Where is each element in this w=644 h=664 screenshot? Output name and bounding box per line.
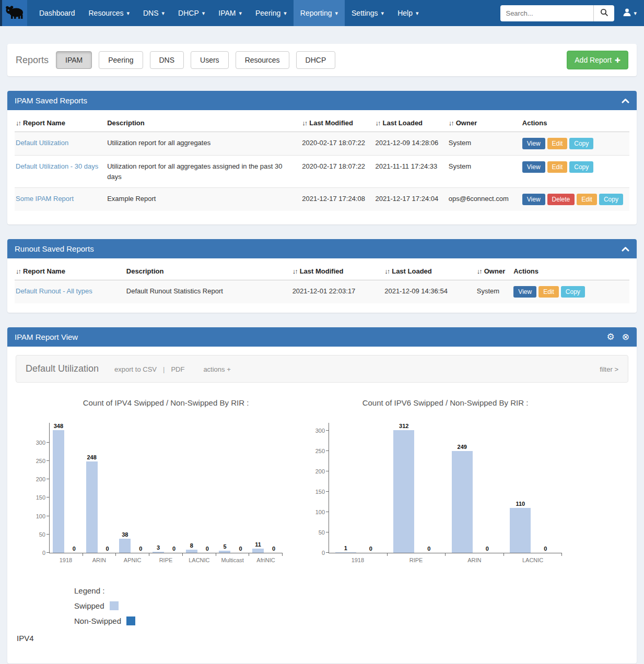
view-button[interactable]: View (513, 286, 536, 298)
caret-down-icon: ▾ (239, 10, 242, 17)
bar-value-label: 248 (87, 454, 96, 460)
nav-item-help[interactable]: Help▾ (391, 0, 425, 26)
column-header[interactable]: ↓↑Last Loaded (374, 113, 448, 132)
tab-resources[interactable]: Resources (236, 51, 289, 69)
tab-dns[interactable]: DNS (150, 51, 184, 69)
view-button[interactable]: View (522, 194, 545, 205)
navbar-menu: DashboardResources▾DNS▾DHCP▾IPAM▾Peering… (32, 0, 425, 26)
collapse-chevron-up-icon[interactable] (622, 244, 629, 253)
search-button[interactable] (593, 5, 614, 21)
table-cell: 2021-12-09 14:28:06 (374, 132, 448, 156)
nav-item-peering[interactable]: Peering▾ (249, 0, 294, 26)
bar-value-label: 0 (73, 546, 76, 552)
tab-dhcp[interactable]: DHCP (296, 51, 336, 69)
bar-value-label: 8 (190, 542, 193, 549)
y-tick-label: 50 (26, 531, 45, 538)
bar-value-label: 1 (344, 545, 347, 551)
user-icon (623, 8, 631, 19)
x-axis-label: RIPE (149, 557, 183, 563)
bar-value-label: 11 (255, 541, 261, 548)
report-name-link[interactable]: Some IPAM Report (16, 195, 74, 203)
y-tick-label: 300 (26, 440, 45, 446)
column-header[interactable]: ↓↑Last Modified (291, 262, 384, 280)
ipam-reports-table: ↓↑Report NameDescription↓↑Last Modified↓… (15, 113, 629, 211)
column-header[interactable]: ↓↑Report Name (15, 262, 125, 280)
x-axis-label: ARIN (83, 557, 116, 563)
nav-item-dashboard[interactable]: Dashboard (32, 0, 82, 26)
filter-toggle[interactable]: filter > (600, 365, 618, 373)
export-csv-link[interactable]: export to CSV (114, 365, 157, 373)
nav-item-reporting[interactable]: Reporting▾ (294, 0, 345, 26)
user-menu[interactable]: ▾ (623, 8, 637, 19)
app-logo[interactable] (0, 0, 27, 26)
table-header-row: ↓↑Report NameDescription↓↑Last Modified↓… (15, 113, 629, 132)
nav-item-label: Help (397, 9, 413, 17)
tab-users[interactable]: Users (191, 51, 229, 69)
tab-peering[interactable]: Peering (99, 51, 143, 69)
caret-down-icon: ▾ (416, 10, 419, 17)
edit-button[interactable]: Edit (577, 194, 597, 205)
ipam-report-view-panel: IPAM Report View ⚙ ⊗ Default Utilization… (7, 327, 637, 663)
gear-icon[interactable]: ⚙ (607, 333, 615, 341)
chart-legend: Legend : SwippedNon-Swipped (74, 586, 628, 625)
chart-title: Count of IPV4 Swipped / Non-Swipped By R… (24, 398, 283, 407)
copy-button[interactable]: Copy (569, 138, 593, 149)
view-button[interactable]: View (522, 161, 545, 173)
actions-menu[interactable]: actions + (203, 365, 230, 373)
report-name-link[interactable]: Default Utilization - 30 days (16, 162, 98, 170)
bar-swipped (153, 552, 164, 553)
copy-button[interactable]: Copy (569, 161, 593, 173)
table-cell: 2021-12-01 22:03:17 (291, 280, 384, 304)
chart-title: Count of IPV6 Swipped / Non-Swipped By R… (303, 398, 562, 407)
chart-category-slot: 1100 (504, 423, 563, 553)
nav-item-dns[interactable]: DNS▾ (136, 0, 171, 26)
view-button[interactable]: View (522, 138, 545, 149)
x-axis-label: ARIN (446, 557, 504, 563)
report-name-link[interactable]: Default Runout - All types (16, 287, 92, 295)
edit-button[interactable]: Edit (547, 161, 568, 173)
nav-item-label: IPAM (218, 9, 236, 17)
chart-plot: 05010015020025030034802480380308050110 (49, 423, 283, 553)
edit-button[interactable]: Edit (547, 138, 568, 149)
nav-item-settings[interactable]: Settings▾ (345, 0, 391, 26)
search-icon (600, 8, 608, 18)
bar-value-label: 3 (157, 544, 160, 551)
table-cell: System (476, 280, 513, 304)
y-tick-label: 300 (305, 428, 325, 434)
column-header[interactable]: ↓↑Owner (476, 262, 513, 280)
nav-item-dhcp[interactable]: DHCP▾ (171, 0, 212, 26)
column-header[interactable]: ↓↑Report Name (15, 113, 106, 132)
column-header[interactable]: ↓↑Last Modified (301, 113, 374, 132)
search-input[interactable] (500, 5, 593, 21)
nav-item-ipam[interactable]: IPAM▾ (212, 0, 249, 26)
add-report-button[interactable]: Add Report✚ (567, 51, 628, 69)
bar-value-label: 0 (486, 546, 489, 552)
column-header[interactable]: ↓↑Last Loaded (383, 262, 476, 280)
legend-title: Legend : (74, 586, 628, 595)
nav-item-label: Dashboard (39, 9, 75, 17)
column-header: Actions (521, 113, 629, 132)
charts-row: Count of IPV4 Swipped / Non-Swipped By R… (16, 398, 628, 563)
column-header[interactable]: ↓↑Owner (448, 113, 521, 132)
bar-swipped (219, 551, 230, 553)
legend-swatch (110, 601, 119, 610)
report-name-link[interactable]: Default Utilization (16, 139, 68, 147)
delete-button[interactable]: Delete (547, 194, 575, 205)
tab-ipam[interactable]: IPAM (56, 51, 92, 69)
column-header: Description (106, 113, 301, 132)
chart-category-slot: 10 (329, 423, 388, 553)
table-cell: System (448, 132, 521, 156)
bar-swipped (393, 430, 414, 553)
nav-item-resources[interactable]: Resources▾ (82, 0, 136, 26)
sort-icon: ↓↑ (376, 119, 380, 127)
collapse-chevron-up-icon[interactable] (622, 96, 629, 105)
copy-button[interactable]: Copy (561, 286, 585, 298)
report-title: Default Utilization (26, 363, 99, 374)
caret-down-icon: ▾ (335, 10, 338, 17)
copy-button[interactable]: Copy (599, 194, 623, 205)
close-circle-icon[interactable]: ⊗ (622, 333, 629, 341)
bar-value-label: 0 (369, 546, 372, 552)
y-tick-label: 250 (305, 448, 325, 454)
export-pdf-link[interactable]: PDF (171, 365, 184, 373)
edit-button[interactable]: Edit (538, 286, 559, 298)
